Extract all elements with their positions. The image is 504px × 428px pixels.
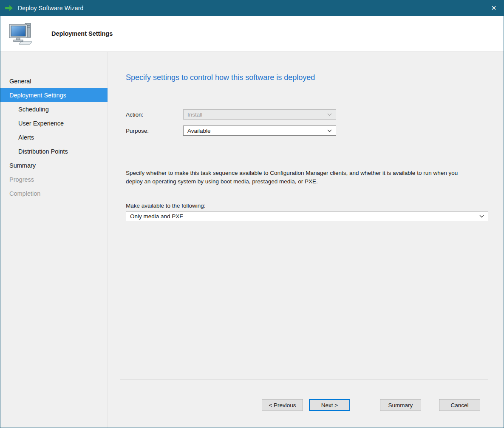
wizard-body: General Deployment Settings Scheduling U…: [0, 52, 504, 428]
availability-combobox[interactable]: Only media and PXE: [126, 211, 488, 221]
purpose-row: Purpose: Available: [126, 126, 488, 136]
wizard-nav: General Deployment Settings Scheduling U…: [0, 52, 108, 428]
next-button[interactable]: Next >: [309, 399, 350, 411]
action-label: Action:: [126, 111, 183, 118]
chevron-down-icon: [324, 113, 332, 116]
nav-item-completion: Completion: [0, 186, 108, 200]
footer-divider: [120, 379, 488, 379]
action-value: Install: [187, 111, 202, 118]
wizard-button-row: < Previous Next > Summary Cancel: [126, 399, 488, 428]
action-row: Action: Install: [126, 109, 488, 120]
computer-monitor-icon: [8, 21, 34, 46]
nav-item-alerts[interactable]: Alerts: [0, 130, 108, 144]
titlebar: Deploy Software Wizard ✕: [0, 0, 504, 16]
nav-item-distribution-points[interactable]: Distribution Points: [0, 144, 108, 158]
availability-value: Only media and PXE: [130, 213, 183, 220]
action-combobox: Install: [183, 109, 336, 120]
cancel-button[interactable]: Cancel: [439, 399, 480, 411]
make-available-label: Make available to the following:: [126, 203, 488, 209]
previous-button[interactable]: < Previous: [262, 399, 303, 411]
deploy-software-wizard-window: Deploy Software Wizard ✕: [0, 0, 504, 428]
green-deploy-arrow-icon: [5, 4, 14, 12]
summary-button[interactable]: Summary: [380, 399, 421, 411]
nav-item-scheduling[interactable]: Scheduling: [0, 102, 108, 116]
availability-combo-wrap: Only media and PXE: [126, 211, 488, 221]
chevron-down-icon: [324, 129, 332, 132]
chevron-down-icon: [476, 215, 484, 218]
close-icon[interactable]: ✕: [484, 0, 504, 16]
window-title: Deploy Software Wizard: [18, 5, 84, 11]
nav-item-progress: Progress: [0, 172, 108, 186]
purpose-label: Purpose:: [126, 128, 183, 134]
footer-spacer: [126, 221, 488, 379]
content-heading: Specify settings to control how this sof…: [126, 73, 488, 82]
nav-item-user-experience[interactable]: User Experience: [0, 116, 108, 130]
content-pane: Specify settings to control how this sof…: [108, 52, 504, 428]
purpose-value: Available: [187, 128, 211, 134]
availability-description: Specify whether to make this task sequen…: [126, 169, 474, 185]
nav-item-general[interactable]: General: [0, 74, 108, 88]
nav-item-deployment-settings[interactable]: Deployment Settings: [0, 88, 108, 102]
wizard-header: Deployment Settings: [0, 16, 504, 52]
purpose-combobox[interactable]: Available: [183, 126, 336, 136]
page-title: Deployment Settings: [51, 30, 113, 37]
nav-item-summary[interactable]: Summary: [0, 158, 108, 172]
